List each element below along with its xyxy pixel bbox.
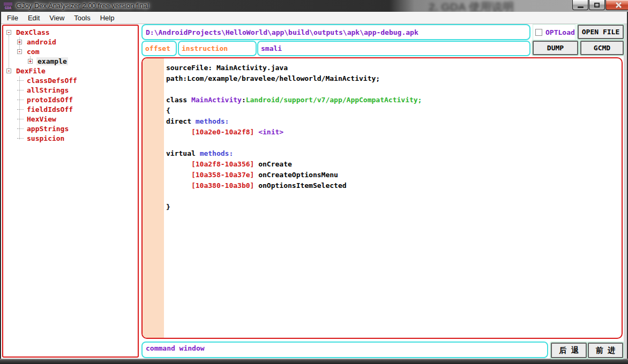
code-line: }	[166, 202, 422, 213]
optload-checkbox[interactable]	[535, 29, 542, 36]
maximize-button[interactable]	[589, 0, 605, 10]
tree-item-com[interactable]: -com	[3, 47, 138, 56]
optload-group: OPTLoad	[533, 24, 575, 40]
close-button[interactable]	[605, 0, 628, 10]
tree-item-DexClass[interactable]: -DexClass	[3, 27, 138, 37]
open-file-button[interactable]: OPEN FILE	[578, 25, 624, 39]
minimize-icon	[578, 6, 584, 8]
tree-item-label: DexClass	[15, 28, 51, 36]
tree-item-HexView[interactable]: HexView	[3, 114, 138, 124]
tree-item-label: android	[26, 38, 57, 46]
tree-item-label: DexFile	[15, 67, 47, 75]
dump-button[interactable]: DUMP	[533, 41, 578, 55]
title-bar: 2. GDA 使用说明 GDA GJoy Dex Analysizer 2.00…	[0, 0, 628, 12]
code-line: virtual methods:	[166, 148, 422, 159]
code-line: path:Lcom/example/bravelee/helloworld/Ma…	[166, 73, 422, 84]
tree-item-label: classDefsOff	[26, 77, 78, 85]
tree-item-protoIdsOff[interactable]: protoIdsOff	[3, 95, 138, 104]
minimize-button[interactable]	[572, 0, 588, 10]
code-line: class MainActivity:Landroid/support/v7/a…	[166, 95, 422, 105]
tree-item-android[interactable]: +android	[3, 37, 138, 47]
code-line	[166, 191, 422, 202]
tree-item-classDefsOff[interactable]: classDefsOff	[3, 75, 138, 85]
expand-icon[interactable]: +	[17, 40, 22, 44]
code-line: [10a2f8-10a356] onCreate	[166, 159, 422, 170]
collapse-icon[interactable]: -	[6, 30, 11, 35]
code-gutter	[143, 58, 164, 338]
menu-edit[interactable]: Edit	[23, 12, 44, 24]
tree-item-suspicion[interactable]: suspicion	[3, 133, 138, 143]
column-header-smali[interactable]: smali	[257, 41, 530, 56]
code-line	[166, 138, 422, 148]
menu-view[interactable]: View	[44, 12, 69, 24]
window-right-border	[624, 24, 627, 359]
tree-item-fieldIdsOff[interactable]: fieldIdsOff	[3, 104, 138, 114]
code-line: {	[166, 105, 422, 116]
tree-item-label: HexView	[26, 115, 57, 123]
window-bottom-border	[0, 359, 628, 364]
optload-label: OPTLoad	[545, 28, 575, 36]
menu-bar: FileEditViewToolsHelp	[1, 12, 627, 24]
maximize-icon	[594, 3, 600, 7]
code-line: sourceFile: MainActivity.java	[166, 63, 422, 73]
window-title: GJoy Dex Analysizer 2.00 free version fi…	[16, 0, 149, 12]
window-controls	[572, 0, 628, 10]
menu-file[interactable]: File	[2, 12, 23, 24]
tree-connector	[17, 90, 24, 90]
collapse-icon[interactable]: -	[17, 49, 22, 54]
tree-connector	[17, 138, 24, 139]
app-window: 2. GDA 使用说明 GDA GJoy Dex Analysizer 2.00…	[0, 0, 628, 364]
app-icon: GDA	[3, 2, 13, 10]
tree-item-label: protoIdsOff	[26, 96, 74, 104]
tree-item-DexFile[interactable]: -DexFile	[3, 66, 138, 75]
command-window-text: command window	[146, 344, 205, 352]
code-line: direct methods:	[166, 116, 422, 127]
tree-item-label: com	[26, 48, 40, 56]
menu-help[interactable]: Help	[95, 12, 119, 24]
smali-code-view[interactable]: sourceFile: MainActivity.javapath:Lcom/e…	[141, 57, 623, 339]
tree-item-example[interactable]: +example	[3, 56, 138, 66]
tree-item-appStrings[interactable]: appStrings	[3, 124, 138, 133]
class-tree-panel: -DexClass+android-com+example-DexFilecla…	[2, 25, 139, 358]
tree-item-label: appStrings	[26, 125, 70, 133]
column-header-offset[interactable]: offset	[141, 41, 177, 56]
tree-connector	[17, 128, 24, 129]
command-window-input[interactable]: command window	[141, 342, 548, 358]
menu-tools[interactable]: Tools	[69, 12, 95, 24]
app-icon-text: GDA	[5, 6, 12, 10]
back-button[interactable]: 后 退	[551, 343, 587, 358]
code-lines: sourceFile: MainActivity.javapath:Lcom/e…	[166, 63, 422, 213]
file-path-input[interactable]: D:\AndroidProjects\HelloWorld\app\build\…	[141, 24, 530, 40]
tree-item-label: fieldIdsOff	[26, 105, 74, 113]
tree-item-label: example	[36, 57, 68, 65]
tree-connector	[17, 109, 24, 110]
code-line: [10a2e0-10a2f8] <init>	[166, 127, 422, 138]
tree-connector	[17, 119, 24, 119]
collapse-icon[interactable]: -	[6, 69, 11, 73]
tree-item-label: suspicion	[26, 134, 65, 142]
file-path-text: D:\AndroidProjects\HelloWorld\app\build\…	[146, 28, 418, 36]
code-line: [10a358-10a37e] onCreateOptionsMenu	[166, 170, 422, 180]
background-document-text: 2. GDA 使用说明	[429, 0, 514, 12]
forward-button[interactable]: 前 进	[588, 343, 623, 358]
expand-icon[interactable]: +	[28, 59, 33, 64]
tree-item-allStrings[interactable]: allStrings	[3, 85, 138, 95]
tree-connector	[17, 100, 24, 100]
tree-rows: -DexClass+android-com+example-DexFilecla…	[3, 26, 138, 143]
tree-connector	[17, 80, 24, 81]
column-header-instruction[interactable]: instruction	[178, 41, 257, 56]
tree-item-label: allStrings	[26, 86, 70, 94]
code-line: [10a380-10a3b0] onOptionsItemSelected	[166, 180, 422, 191]
code-line	[166, 84, 422, 95]
close-icon	[615, 2, 622, 8]
gcmd-button[interactable]: GCMD	[580, 41, 624, 55]
